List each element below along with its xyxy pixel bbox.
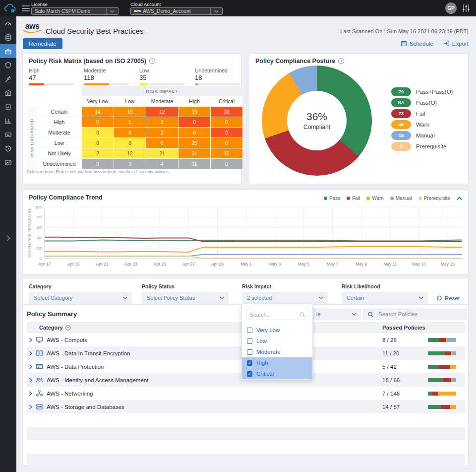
trend-legend-warn[interactable]: Warn [366, 196, 384, 201]
filter-select-risk-likelihood[interactable]: Certain [342, 292, 428, 304]
settings-sliders-icon[interactable] [462, 4, 471, 12]
table-row-aws-networking[interactable]: AWS - Networking7 / 146 [27, 387, 465, 400]
matrix-cell[interactable]: 0 [114, 128, 146, 137]
trend-legend-fail[interactable]: Fail [347, 196, 360, 201]
collapse-chevron-up-icon[interactable] [457, 197, 462, 201]
sidebar-item-5[interactable] [0, 86, 16, 100]
sidebar-item-1[interactable] [0, 30, 16, 44]
remediate-button[interactable]: Remediate [23, 38, 62, 49]
passed-count: 11 / 20 [382, 350, 428, 356]
matrix-cell[interactable]: 34 [178, 148, 210, 158]
filter-select-policy-status[interactable]: Select Policy Status [142, 292, 229, 304]
impact-col-moderate: Moderate [146, 96, 178, 106]
info-icon[interactable] [338, 58, 344, 64]
matrix-cell[interactable]: 21 [146, 148, 178, 158]
chevron-down-icon [220, 296, 229, 299]
matrix-cell[interactable]: 0 [211, 138, 242, 148]
trend-legend-prerequisite[interactable]: Prerequisite [418, 196, 450, 201]
license-select[interactable]: Safe March CSPM Demo [31, 7, 119, 15]
risk-likelihood-header: RISK LIKELIHOOD [27, 107, 37, 169]
matrix-cell[interactable]: 19 [114, 107, 146, 117]
checkbox[interactable] [247, 349, 252, 355]
sidebar-item-0[interactable] [0, 16, 16, 30]
matrix-cell[interactable]: 0 [211, 159, 242, 169]
export-button[interactable]: Export [443, 40, 469, 47]
matrix-cell[interactable]: 25 [178, 138, 210, 148]
expand-chevron-icon[interactable] [27, 405, 36, 409]
matrix-cell[interactable]: 1 [146, 117, 178, 127]
schedule-button[interactable]: Schedule [401, 40, 433, 47]
checkbox[interactable] [247, 328, 252, 333]
matrix-cell[interactable]: 4 [146, 159, 178, 169]
checkbox[interactable]: ✓ [247, 360, 252, 366]
sidebar-item-3[interactable] [0, 58, 16, 72]
matrix-cell[interactable]: 12 [146, 107, 178, 117]
expand-chevron-icon[interactable] [27, 351, 36, 356]
license-label: License [31, 1, 48, 7]
sidebar-item-4[interactable] [0, 72, 16, 86]
cloud-account-select[interactable]: awsAWS_Demo_Account [130, 7, 223, 15]
expand-chevron-icon[interactable] [27, 391, 36, 396]
matrix-cell[interactable]: 0 [114, 138, 146, 148]
filter-select-risk-impact[interactable]: 2 selected [242, 292, 328, 304]
dropdown-search-input[interactable] [250, 312, 297, 318]
svg-text:May 15: May 15 [441, 262, 455, 267]
matrix-cell[interactable]: 16 [211, 107, 242, 117]
sidebar-item-7[interactable] [0, 114, 16, 128]
menu-icon[interactable] [22, 5, 30, 13]
matrix-cell[interactable]: 19 [178, 107, 210, 117]
matrix-cell[interactable]: 12 [114, 148, 146, 158]
sidebar-expand-icon[interactable] [0, 233, 16, 243]
topbar: License Safe March CSPM Demo Cloud Accou… [0, 0, 476, 16]
matrix-cell[interactable]: 10 [211, 148, 242, 158]
matrix-cell[interactable]: 2 [82, 148, 114, 158]
dropdown-option-moderate[interactable]: Moderate [242, 346, 312, 357]
reset-filters-button[interactable]: Reset [436, 295, 460, 301]
dropdown-option-high[interactable]: ✓High [242, 357, 312, 368]
sidebar-item-8[interactable] [0, 128, 16, 141]
matrix-cell[interactable]: 0 [178, 117, 210, 127]
matrix-cell[interactable]: 0 [82, 138, 114, 148]
sidebar-item-9[interactable] [0, 141, 16, 155]
matrix-cell[interactable]: 1 [114, 117, 146, 127]
matrix-cell[interactable]: 0 [211, 117, 242, 127]
dropdown-option-critical[interactable]: ✓Critical [242, 368, 312, 379]
filter-select-category[interactable]: Select Category [29, 292, 132, 304]
svg-text:May 3: May 3 [269, 262, 281, 267]
table-row-empty [27, 413, 465, 427]
dropdown-option-low[interactable]: Low [242, 336, 312, 346]
sort-icon[interactable] [65, 325, 71, 331]
sidebar-item-10[interactable] [0, 155, 16, 169]
sidebar-item-6[interactable] [0, 100, 16, 114]
matrix-cell[interactable]: 6 [178, 128, 210, 137]
expand-chevron-icon[interactable] [27, 337, 36, 342]
matrix-cell[interactable]: 3 [114, 159, 146, 169]
info-icon[interactable] [149, 58, 155, 64]
posture-title: Policy Compliance Posture [255, 58, 335, 65]
matrix-cell[interactable]: 0 [82, 159, 114, 169]
matrix-cell[interactable]: 2 [146, 128, 178, 137]
matrix-cell[interactable]: 0 [211, 128, 242, 137]
table-row-empty [27, 427, 465, 440]
matrix-cell[interactable]: 0 [82, 128, 114, 137]
dropdown-option-very-low[interactable]: Very Low [242, 325, 312, 336]
checkbox[interactable] [247, 338, 252, 344]
storage-icon [36, 403, 43, 410]
table-row-empty [27, 440, 465, 454]
expand-chevron-icon[interactable] [27, 378, 36, 383]
checkbox[interactable]: ✓ [247, 371, 252, 377]
legend-item-pass-pass-o-: 79Pass+Pass(O) [391, 86, 453, 97]
trend-legend-pass[interactable]: Pass [324, 196, 340, 201]
avatar[interactable]: GP [445, 2, 457, 14]
matrix-cell[interactable]: 11 [178, 159, 210, 169]
expand-chevron-icon[interactable] [27, 364, 36, 369]
sidebar-item-2[interactable] [0, 44, 16, 58]
svg-text:Apr 17: Apr 17 [38, 262, 51, 267]
search-icon [299, 312, 305, 318]
table-row-aws-storage-and-databases[interactable]: AWS - Storage and Databases14 / 57 [27, 400, 465, 413]
trend-legend-manual[interactable]: Manual [390, 196, 412, 201]
matrix-cell[interactable]: 0 [82, 117, 114, 127]
matrix-cell[interactable]: 14 [82, 107, 114, 117]
search-policies-input[interactable] [378, 311, 462, 317]
matrix-cell[interactable]: 6 [146, 138, 178, 148]
